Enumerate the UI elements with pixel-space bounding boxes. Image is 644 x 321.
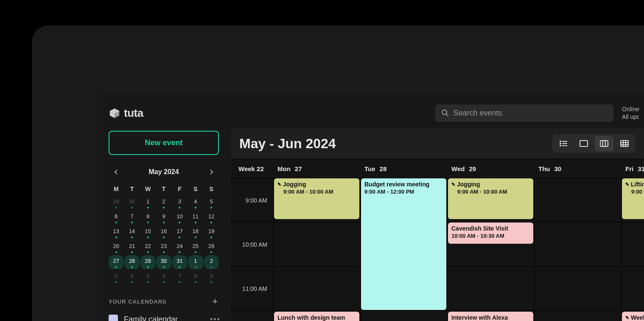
svg-rect-12 xyxy=(621,141,628,146)
calendar-event[interactable]: Lunch with design team12:00 PM - 12:45 P… xyxy=(274,312,359,321)
svg-rect-8 xyxy=(580,141,588,146)
mini-cal-day[interactable]: 4 xyxy=(124,270,139,284)
mini-cal-day[interactable]: 29 xyxy=(140,255,155,269)
mini-cal-day[interactable]: 2 xyxy=(204,255,219,269)
calendar-main: May - Jun 2024 xyxy=(231,128,644,321)
mini-cal-day[interactable]: 3 xyxy=(172,196,187,210)
mini-cal-day[interactable]: 21 xyxy=(124,240,139,254)
top-bar: tuta Online All updated xyxy=(106,102,644,124)
svg-rect-9 xyxy=(600,141,608,146)
view-agenda[interactable] xyxy=(554,136,573,151)
mini-cal-day[interactable]: 1 xyxy=(188,255,203,269)
mini-cal-day[interactable]: 30 xyxy=(124,196,139,210)
day-header[interactable]: Tue28 xyxy=(360,165,447,172)
view-day[interactable] xyxy=(574,136,593,151)
mini-cal-day[interactable]: 28 xyxy=(124,255,139,269)
calendar-event[interactable]: Cavendish Site Visit10:00 AM - 10:30 AM xyxy=(448,222,533,244)
calendar-event[interactable]: ✎Jogging9:00 AM - 10:00 AM xyxy=(274,178,359,219)
day-header[interactable]: Mon27 xyxy=(273,165,360,172)
week-number: Week 22 xyxy=(231,165,273,172)
mini-cal-day[interactable]: 19 xyxy=(204,225,219,239)
mini-cal-title: May 2024 xyxy=(148,168,179,176)
month-icon xyxy=(620,140,629,147)
mini-cal-dow: T xyxy=(156,183,171,195)
mini-cal-day[interactable]: 29 xyxy=(109,196,123,210)
status-text: Online All updated xyxy=(622,105,639,121)
mini-cal-day[interactable]: 1 xyxy=(140,196,155,210)
calendar-event[interactable]: ✎Jogging9:00 AM - 10:00 AM xyxy=(448,178,533,219)
mini-cal-day[interactable]: 27 xyxy=(109,255,123,269)
mini-cal-day[interactable]: 11 xyxy=(188,211,203,225)
svg-line-1 xyxy=(446,114,448,116)
calendar-grid[interactable]: 9:00 AM10:00 AM11:00 AM12:00 PM ✎Jogging… xyxy=(231,178,644,321)
view-month[interactable] xyxy=(615,136,634,151)
add-calendar-button[interactable]: + xyxy=(212,296,218,307)
mini-cal-day[interactable]: 24 xyxy=(172,240,187,254)
view-week[interactable] xyxy=(595,136,613,151)
your-calendars-header: YOUR CALENDARS + xyxy=(109,296,221,307)
day-header[interactable]: Thu30 xyxy=(534,165,621,172)
mini-cal-day[interactable]: 17 xyxy=(172,225,187,239)
mini-cal-day[interactable]: 8 xyxy=(188,270,203,284)
svg-point-0 xyxy=(442,110,447,115)
calendar-event[interactable]: Budget review meeting9:00 AM - 12:00 PM xyxy=(361,178,446,310)
mini-cal-day[interactable]: 22 xyxy=(140,240,155,254)
mini-cal-day[interactable]: 5 xyxy=(140,270,155,284)
mini-cal-day[interactable]: 7 xyxy=(172,270,187,284)
search-input[interactable] xyxy=(454,109,608,118)
event-title: Weekly Report xyxy=(631,314,644,321)
recurring-icon: ✎ xyxy=(277,182,281,187)
app-screen: tuta Online All updated New event xyxy=(98,93,644,321)
new-event-button[interactable]: New event xyxy=(109,131,219,155)
recurring-icon: ✎ xyxy=(625,315,629,321)
mini-cal-day[interactable]: 12 xyxy=(204,211,219,225)
mini-cal-day[interactable]: 5 xyxy=(204,196,219,210)
mini-cal-day[interactable]: 4 xyxy=(188,196,203,210)
mini-cal-next[interactable] xyxy=(206,167,216,177)
mini-cal-day[interactable]: 16 xyxy=(156,225,171,239)
hour-label: 11:00 AM xyxy=(231,267,273,310)
event-time: 10:00 AM - 10:30 AM xyxy=(451,233,530,239)
mini-cal-day[interactable]: 3 xyxy=(109,270,123,284)
brand-logo[interactable]: tuta xyxy=(106,107,216,120)
mini-cal-day[interactable]: 9 xyxy=(204,270,219,284)
mini-cal-day[interactable]: 25 xyxy=(188,240,203,254)
search-box[interactable] xyxy=(435,104,613,122)
mini-cal-day[interactable]: 23 xyxy=(156,240,171,254)
event-time: 9:00 AM - 10:00 AM xyxy=(451,189,530,195)
mini-cal-day[interactable]: 6 xyxy=(109,211,123,225)
search-icon xyxy=(441,109,449,117)
day-header[interactable]: Wed29 xyxy=(447,165,534,172)
calendar-item[interactable]: Family calendar••• xyxy=(109,315,221,321)
calendar-event[interactable]: Interview with Alexa12:00 PM - 12:30 PM xyxy=(448,312,533,321)
mini-cal-day[interactable]: 6 xyxy=(156,270,171,284)
mini-cal-day[interactable]: 26 xyxy=(204,240,219,254)
calendar-event[interactable]: ✎Lifting9:00 AM - 10:00 AM xyxy=(622,178,644,219)
mini-cal-prev[interactable] xyxy=(111,167,121,177)
mini-cal-day[interactable]: 8 xyxy=(140,211,155,225)
svg-point-4 xyxy=(560,143,561,144)
mini-cal-day[interactable]: 20 xyxy=(109,240,123,254)
mini-cal-day[interactable]: 31 xyxy=(172,255,187,269)
chevron-right-icon xyxy=(209,169,213,175)
event-title: Lunch with design team xyxy=(277,314,345,321)
calendar-event[interactable]: ✎Weekly Report12:00 PM - 1:30 PM xyxy=(622,312,644,321)
sidebar: New event May 2024 MTWTFSS29301234567891… xyxy=(106,128,225,321)
mini-cal-day[interactable]: 2 xyxy=(156,196,171,210)
event-time: 9:00 AM - 12:00 PM xyxy=(364,189,443,195)
calendar-item-menu[interactable]: ••• xyxy=(210,315,221,321)
your-calendars-label: YOUR CALENDARS xyxy=(109,298,167,305)
mini-cal-day[interactable]: 13 xyxy=(109,225,123,239)
mini-cal-day[interactable]: 9 xyxy=(156,211,171,225)
mini-cal-day[interactable]: 15 xyxy=(140,225,155,239)
mini-cal-dow: F xyxy=(172,183,187,195)
mini-cal-day[interactable]: 7 xyxy=(124,211,139,225)
recurring-icon: ✎ xyxy=(625,182,629,187)
brand-name: tuta xyxy=(124,107,143,120)
day-header[interactable]: Fri31 xyxy=(621,165,644,172)
mini-cal-day[interactable]: 30 xyxy=(156,255,171,269)
mini-cal-day[interactable]: 18 xyxy=(188,225,203,239)
view-switcher xyxy=(552,134,636,153)
mini-cal-day[interactable]: 14 xyxy=(124,225,139,239)
mini-cal-day[interactable]: 10 xyxy=(172,211,187,225)
